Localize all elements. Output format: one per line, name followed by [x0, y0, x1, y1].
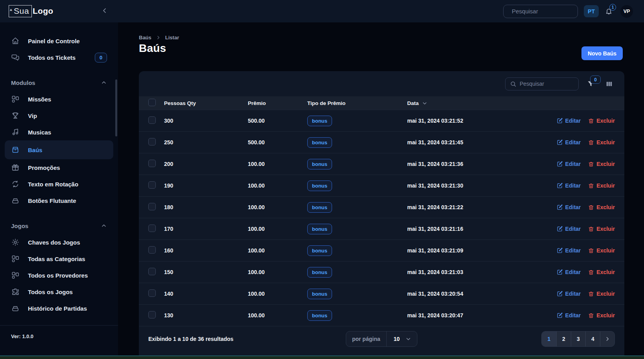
sidebar-item[interactable]: Botões Flutuante	[0, 192, 118, 209]
trash-icon	[588, 183, 594, 189]
edit-button[interactable]: Editar	[557, 269, 581, 275]
delete-button[interactable]: Excluir	[588, 161, 615, 167]
per-page-select[interactable]: 10	[386, 331, 417, 346]
row-checkbox[interactable]	[148, 160, 156, 167]
sidebar-item[interactable]: Vip	[0, 107, 118, 124]
delete-button[interactable]: Excluir	[588, 182, 615, 189]
sidebar: Painel de Controle Todos os Tickets 0 Mo…	[0, 22, 118, 359]
sidebar-section-modulos[interactable]: Modulos	[0, 74, 118, 91]
delete-button[interactable]: Excluir	[588, 247, 615, 254]
row-checkbox[interactable]	[148, 246, 156, 254]
sidebar-item[interactable]: Chaves dos Jogos	[0, 234, 118, 250]
edit-button[interactable]: Editar	[557, 161, 581, 167]
rotate-icon	[11, 180, 20, 188]
app-logo[interactable]: ASua Logo	[9, 5, 53, 17]
cell-data: mai 31, 2024 03:21:36	[407, 161, 532, 167]
cell-premio: 100.00	[248, 182, 307, 189]
page-button[interactable]: 1	[542, 331, 556, 346]
delete-button[interactable]: Excluir	[588, 226, 615, 232]
sidebar-item[interactable]: Promoções	[0, 159, 118, 176]
page-button[interactable]: 2	[556, 331, 571, 346]
cell-pessoas-qty: 190	[164, 182, 248, 189]
edit-button[interactable]: Editar	[557, 204, 581, 210]
delete-button[interactable]: Excluir	[588, 118, 615, 124]
page-title: Baús	[139, 42, 166, 55]
cell-pessoas-qty: 140	[164, 291, 248, 297]
delete-button[interactable]: Excluir	[588, 204, 615, 210]
delete-button[interactable]: Excluir	[588, 312, 615, 318]
sidebar-item[interactable]: Todos os Provedores	[0, 267, 118, 284]
tickets-chat-icon	[11, 53, 20, 62]
sidebar-item[interactable]: Todos os Tickets 0	[0, 49, 118, 66]
header-search[interactable]	[503, 5, 578, 18]
sidebar-item[interactable]: Histórico de Partidas	[0, 300, 118, 317]
row-checkbox[interactable]	[148, 181, 156, 189]
row-checkbox[interactable]	[148, 311, 156, 318]
sidebar-item-label: Musicas	[28, 129, 107, 136]
table-search[interactable]	[505, 77, 579, 90]
page-button[interactable]: 4	[585, 331, 600, 346]
row-checkbox[interactable]	[148, 116, 156, 124]
delete-button[interactable]: Excluir	[588, 291, 615, 297]
sidebar-modulos-items: Missões Vip Musicas Baús	[0, 91, 118, 209]
column-header-data[interactable]: Data	[407, 100, 532, 106]
language-button[interactable]: PT	[584, 5, 599, 17]
edit-button[interactable]: Editar	[557, 312, 581, 318]
row-checkbox[interactable]	[148, 289, 156, 297]
puzzle-icon	[11, 287, 20, 296]
sidebar-item[interactable]: Texto em Rotação	[0, 176, 118, 192]
select-all-checkbox[interactable]	[148, 99, 156, 106]
bottom-strip	[0, 355, 644, 359]
filter-count-badge: 0	[590, 75, 601, 84]
edit-pencil-icon	[557, 312, 563, 318]
table-search-input[interactable]	[520, 81, 574, 87]
row-checkbox[interactable]	[148, 268, 156, 275]
edit-button[interactable]: Editar	[557, 226, 581, 232]
edit-button[interactable]: Editar	[557, 182, 581, 189]
column-header-pessoas-qty[interactable]: Pessoas Qty	[164, 100, 248, 106]
breadcrumb-parent[interactable]: Baús	[139, 35, 151, 41]
sidebar-section-jogos[interactable]: Jogos	[0, 217, 118, 234]
cell-premio: 500.00	[248, 139, 307, 145]
row-checkbox[interactable]	[148, 138, 156, 145]
filter-button[interactable]: 0	[587, 80, 595, 88]
sidebar-item[interactable]: Todos os Jogos	[0, 284, 118, 300]
table-row: 140 100.00 bonus mai 31, 2024 03:20:54 E…	[139, 283, 624, 304]
next-page-button[interactable]	[600, 331, 614, 346]
delete-button[interactable]: Excluir	[588, 139, 615, 145]
sidebar-item[interactable]: Musicas	[0, 124, 118, 140]
sidebar-item[interactable]: Missões	[0, 91, 118, 107]
edit-button[interactable]: Editar	[557, 291, 581, 297]
cell-pessoas-qty: 200	[164, 161, 248, 167]
sidebar-item[interactable]: Baús	[5, 140, 113, 159]
cell-premio: 500.00	[248, 118, 307, 124]
drawer-icon	[11, 196, 20, 205]
edit-button[interactable]: Editar	[557, 118, 581, 124]
new-bau-button[interactable]: Novo Baús	[581, 46, 623, 60]
avatar[interactable]: VP	[620, 5, 633, 18]
sidebar-collapse-button[interactable]	[101, 7, 109, 15]
header-search-input[interactable]	[512, 8, 590, 15]
sidebar-item[interactable]: Todas as Categorias	[0, 250, 118, 267]
sidebar-item[interactable]: Painel de Controle	[0, 33, 118, 49]
row-checkbox[interactable]	[148, 203, 156, 210]
grid-icon	[11, 254, 20, 263]
delete-button[interactable]: Excluir	[588, 269, 615, 275]
column-header-premio[interactable]: Prêmio	[248, 100, 307, 106]
cell-data: mai 31, 2024 03:20:54	[407, 291, 532, 297]
sidebar-scrollbar[interactable]	[115, 79, 117, 136]
cell-premio: 100.00	[248, 269, 307, 275]
breadcrumb: Baús Listar	[139, 35, 179, 41]
columns-toggle-button[interactable]	[605, 80, 613, 88]
column-header-tipo[interactable]: Tipo de Prêmio	[307, 100, 407, 106]
trash-icon	[588, 140, 594, 145]
edit-button[interactable]: Editar	[557, 247, 581, 254]
row-checkbox[interactable]	[148, 225, 156, 232]
cell-data: mai 31, 2024 03:21:30	[407, 182, 532, 189]
tipo-premio-badge: bonus	[307, 224, 332, 234]
logo-bold-text: Logo	[33, 6, 54, 16]
chevron-right-icon	[604, 336, 611, 342]
notifications-button[interactable]: 1	[605, 7, 613, 15]
page-button[interactable]: 3	[571, 331, 585, 346]
edit-button[interactable]: Editar	[557, 139, 581, 145]
